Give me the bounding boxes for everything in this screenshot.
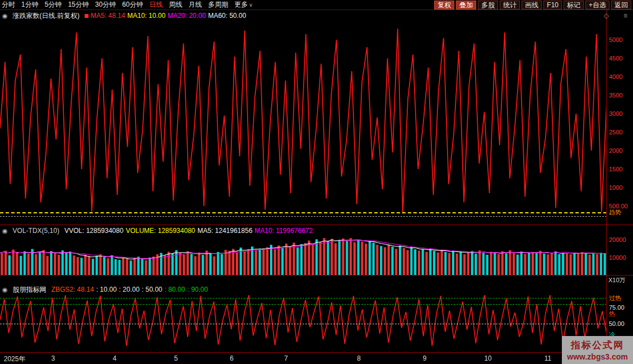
axis-tick-2000: 2000 (609, 147, 622, 154)
right-axis-separator (606, 10, 607, 364)
indicator-value: MA60: 50.00 (208, 12, 246, 20)
main-indicator-values: MA5: 48.14MA10: 10.00MA20: 20.00MA60: 50… (85, 12, 246, 20)
volume-panel-header: ◉ VOL-TDX(5,10) VVOL: 1285934080VOLUME: … (0, 225, 633, 236)
axis-tick-3500: 3500 (609, 92, 622, 99)
volume-unit-axis: X10万 (607, 276, 633, 284)
indicator-value: : 20.00 (119, 286, 139, 293)
toolbar-button-多股[interactable]: 多股 (478, 1, 498, 10)
axis-tick-50.00: 50.00 (609, 320, 625, 327)
threshold-line-50 (0, 324, 607, 324)
toolbar-button-统计[interactable]: 统计 (500, 1, 520, 10)
indicator-value: MA10: 1199676672 (255, 227, 313, 235)
main-panel-title: 涨跌家数(日线.前复权) (13, 11, 80, 21)
toolbar-button-标记[interactable]: 标记 (564, 1, 584, 10)
trend-dashed-line-white (0, 216, 607, 217)
period-tab-多周期[interactable]: 多周期 (208, 0, 228, 10)
toolbar-button-复权[interactable]: 复权 (434, 1, 454, 10)
axis-tick-热: 热 (609, 310, 615, 318)
indicator-value: MA5: 48.14 (91, 12, 125, 20)
time-axis-label-7: 7 (284, 354, 288, 362)
threshold-line-80 (0, 304, 607, 305)
toolbar-button-返回[interactable]: 返回 (611, 1, 631, 10)
period-tab-更多[interactable]: 更多∨ (234, 0, 253, 10)
axis-tick-过热: 过热 (609, 293, 621, 302)
indicator-value: MA10: 10.00 (127, 12, 165, 20)
trend-dashed-line-yellow (0, 212, 607, 213)
period-tab-周线[interactable]: 周线 (169, 0, 182, 10)
time-axis-label-5: 5 (174, 354, 178, 362)
indicator-value: : 10.00 (96, 286, 117, 293)
main-chart-area[interactable] (0, 21, 607, 225)
time-axis-label-8: 8 (357, 354, 361, 362)
period-tab-1分钟[interactable]: 1分钟 (21, 0, 39, 10)
oscillator-panel-title: 股朋指标网 (13, 285, 46, 295)
time-axis-label-10: 10 (484, 354, 491, 362)
volume-indicator-values: VVOL: 1285934080VOLUME: 1285934080MA5: 1… (64, 227, 313, 235)
toolbar-button-F10[interactable]: F10 (543, 1, 562, 10)
period-tab-月线[interactable]: 月线 (188, 0, 202, 10)
panel-toggle-icon[interactable]: ◉ (2, 286, 8, 293)
time-axis[interactable]: 2025年34567891011 (0, 353, 633, 364)
toolbar-button-+自选[interactable]: +自选 (585, 1, 609, 10)
axis-tick-10000: 10000 (609, 254, 626, 261)
series-color-dot (85, 14, 89, 18)
axis-tick-5000: 5000 (609, 36, 622, 43)
axis-tick-1500: 1500 (609, 166, 622, 172)
top-toolbar: 分时1分钟5分钟15分钟30分钟60分钟日线周线月线多周期更多∨ 复权叠加多股统… (0, 0, 633, 10)
indicator-value: MA20: 20.00 (167, 12, 206, 20)
main-right-axis: 趋势 5000450040003500300025002000150010005… (607, 21, 633, 225)
time-axis-label-4: 4 (113, 354, 117, 362)
axis-tick-2500: 2500 (609, 129, 622, 136)
diamond-icon[interactable]: ◇ (604, 12, 609, 20)
axis-tick-3000: 3000 (609, 110, 622, 117)
period-tab-30分钟[interactable]: 30分钟 (95, 0, 116, 10)
oscillator-indicator-values: ZBGS2: 48.14: 10.00: 20.00: 50.00: 80.00… (52, 286, 208, 293)
watermark-title: 指标公式网 (571, 339, 624, 352)
indicator-value: : 50.00 (142, 286, 162, 293)
oscillator-chart-area[interactable] (0, 295, 607, 352)
axis-tick-4500: 4500 (609, 55, 622, 62)
toolbar-button-叠加[interactable]: 叠加 (456, 1, 476, 10)
indicator-value: ZBGS2: 48.14 (52, 286, 94, 293)
volume-unit-label: X10万 (608, 276, 626, 284)
axis-tick-20000: 20000 (609, 236, 626, 243)
toolbar-button-画线[interactable]: 画线 (522, 1, 542, 10)
axis-tick-1000: 1000 (609, 184, 622, 191)
period-tab-60分钟[interactable]: 60分钟 (122, 0, 143, 10)
period-tab-日线[interactable]: 日线 (149, 0, 162, 10)
watermark-badge: 指标公式网 www.zbgs3.com (562, 336, 633, 364)
time-axis-label-11: 11 (544, 354, 551, 362)
panel-toggle-icon[interactable]: ◉ (2, 227, 8, 235)
indicator-value: VOLUME: 1285934080 (125, 227, 195, 235)
period-tab-分时[interactable]: 分时 (2, 0, 15, 10)
volume-chart-area[interactable] (0, 236, 607, 275)
chevron-down-icon: ∨ (249, 2, 253, 8)
main-chart-svg (0, 21, 607, 225)
period-tabs: 分时1分钟5分钟15分钟30分钟60分钟日线周线月线多周期更多∨ (2, 0, 253, 10)
axis-tick-500.00: 500.00 (609, 203, 628, 209)
time-axis-label-9: 9 (423, 354, 427, 362)
period-tab-5分钟[interactable]: 5分钟 (45, 0, 62, 10)
time-axis-label-6: 6 (230, 354, 234, 362)
period-tab-15分钟[interactable]: 15分钟 (68, 0, 89, 10)
indicator-value: MA5: 1241961856 (197, 227, 252, 235)
menu-icon[interactable]: ≡ (623, 12, 627, 20)
panel-toggle-icon[interactable]: ◉ (2, 12, 8, 20)
spacer-area (0, 276, 607, 284)
threshold-line-90 (0, 298, 607, 298)
main-panel-header: ◉ 涨跌家数(日线.前复权) MA5: 48.14MA10: 10.00MA20… (0, 10, 633, 21)
indicator-value: : 80.00 (165, 286, 185, 293)
oscillator-panel-header: ◉ 股朋指标网 ZBGS2: 48.14: 10.00: 20.00: 50.0… (0, 284, 633, 295)
time-axis-label-2025年: 2025年 (4, 354, 26, 364)
toolbar-right-buttons: 复权叠加多股统计画线F10标记+自选返回 (434, 1, 631, 10)
volume-panel-title: VOL-TDX(5,10) (13, 227, 59, 235)
time-axis-label-3: 3 (52, 354, 55, 362)
volume-right-axis: 2000010000 (607, 236, 633, 275)
watermark-url: www.zbgs3.com (567, 352, 627, 361)
axis-tick-4000: 4000 (609, 73, 622, 80)
volume-chart-svg (0, 236, 607, 275)
indicator-value: VVOL: 1285934080 (64, 227, 123, 235)
indicator-value: : 90.00 (187, 286, 208, 293)
